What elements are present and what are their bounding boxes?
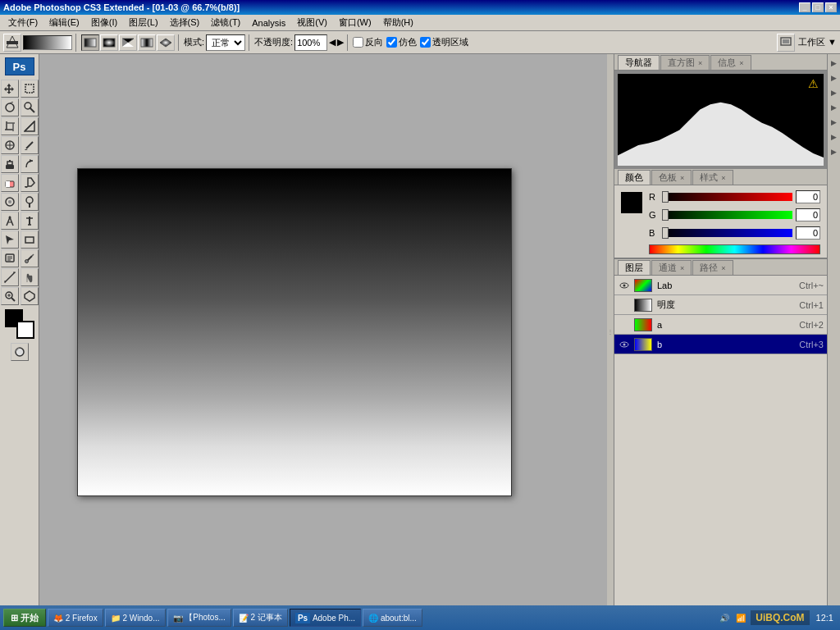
blue-slider-track[interactable]: [662, 229, 792, 237]
green-value-input[interactable]: [796, 208, 820, 221]
canvas-image[interactable]: [77, 168, 512, 496]
side-icon-5[interactable]: ▶: [829, 116, 840, 128]
angle-gradient-button[interactable]: [119, 34, 137, 51]
tab-swatches[interactable]: 色板 ×: [651, 170, 692, 185]
channel-lightness-eye[interactable]: [618, 299, 631, 312]
blue-value-input[interactable]: [796, 226, 820, 240]
menu-layer[interactable]: 图层(L): [124, 15, 162, 30]
channel-lab-eye[interactable]: [618, 279, 631, 292]
side-icon-7[interactable]: ▶: [829, 146, 840, 158]
history-brush-tool[interactable]: [21, 155, 39, 173]
red-slider-thumb[interactable]: [662, 191, 669, 203]
paint-bucket-tool[interactable]: [21, 174, 39, 192]
healing-brush-tool[interactable]: [1, 136, 19, 154]
side-icon-1[interactable]: ▶: [829, 57, 840, 69]
info-tab-close[interactable]: ×: [739, 59, 743, 67]
swatches-tab-close[interactable]: ×: [680, 174, 684, 182]
menu-analysis[interactable]: Analysis: [247, 16, 290, 30]
channel-b-row[interactable]: b Ctrl+3: [614, 335, 827, 354]
workspace-icon-button[interactable]: [777, 34, 795, 52]
canvas-area[interactable]: [39, 54, 607, 610]
menu-window[interactable]: 窗口(W): [334, 15, 377, 30]
taskbar-item-photos[interactable]: 📷 【Photos...: [167, 609, 231, 627]
tab-paths[interactable]: 路径 ×: [692, 260, 733, 275]
move-tool[interactable]: [1, 80, 19, 98]
channel-a-row[interactable]: a Ctrl+2: [614, 315, 827, 335]
tab-info[interactable]: 信息 ×: [710, 55, 751, 70]
side-icon-2[interactable]: ▶: [829, 72, 840, 84]
paths-tab-close[interactable]: ×: [721, 264, 725, 272]
3d-tool[interactable]: [21, 287, 39, 305]
lasso-tool[interactable]: [1, 98, 19, 116]
zoom-tool[interactable]: [1, 287, 19, 305]
measure-tool[interactable]: [1, 268, 19, 286]
taskbar-item-windows[interactable]: 📁 2 Windo...: [105, 609, 166, 627]
taskbar-item-about[interactable]: 🌐 about:bl...: [363, 609, 422, 627]
styles-tab-close[interactable]: ×: [721, 174, 725, 182]
blue-slider-thumb[interactable]: [662, 227, 669, 239]
menu-filter[interactable]: 滤镜(T): [206, 15, 245, 30]
notes-tool[interactable]: [1, 249, 19, 267]
side-icon-4[interactable]: ▶: [829, 102, 840, 113]
channel-lab-row[interactable]: Lab Ctrl+~: [614, 276, 827, 295]
taskbar-item-photoshop[interactable]: Ps Adobe Ph...: [290, 609, 361, 627]
brush-tool[interactable]: [21, 136, 39, 154]
green-slider-thumb[interactable]: [662, 209, 669, 221]
channel-a-eye[interactable]: [618, 318, 631, 331]
menu-select[interactable]: 选择(S): [165, 15, 205, 30]
taskbar-item-firefox[interactable]: 🦊 2 Firefox: [48, 609, 103, 627]
text-tool[interactable]: [21, 212, 39, 230]
transparency-checkbox[interactable]: [420, 37, 431, 48]
background-color[interactable]: [16, 321, 34, 339]
tab-histogram[interactable]: 直方图 ×: [660, 55, 710, 70]
mode-select[interactable]: 正常: [206, 34, 245, 51]
tab-channels[interactable]: 通道 ×: [651, 260, 692, 275]
opacity-arrow-left[interactable]: ◀: [329, 37, 336, 48]
side-icon-6[interactable]: ▶: [829, 131, 840, 143]
tool-preset-button[interactable]: [3, 34, 21, 52]
path-selection-tool[interactable]: [1, 231, 19, 249]
reverse-checkbox[interactable]: [353, 37, 363, 48]
side-icon-3[interactable]: ▶: [829, 87, 840, 98]
red-value-input[interactable]: [796, 190, 820, 203]
taskbar-item-notepad[interactable]: 📝 2 记事本: [233, 609, 288, 627]
eraser-tool[interactable]: [1, 174, 19, 192]
menu-edit[interactable]: 编辑(E): [44, 15, 84, 30]
crop-tool[interactable]: [1, 117, 19, 135]
color-spectrum[interactable]: [649, 244, 820, 254]
minimize-button[interactable]: _: [799, 2, 810, 12]
opacity-input[interactable]: [294, 34, 327, 51]
pen-tool[interactable]: [1, 212, 19, 230]
channel-lightness-row[interactable]: 明度 Ctrl+1: [614, 295, 827, 315]
tab-navigator[interactable]: 导航器: [618, 55, 660, 70]
clone-stamp-tool[interactable]: [1, 155, 19, 173]
tab-styles[interactable]: 样式 ×: [692, 170, 733, 185]
red-slider-track[interactable]: [662, 193, 792, 201]
foreground-background-colors[interactable]: [5, 309, 34, 339]
workspace-label[interactable]: 工作区 ▼: [798, 36, 837, 48]
tab-color[interactable]: 颜色: [618, 170, 651, 185]
diamond-gradient-button[interactable]: [157, 34, 175, 51]
close-button[interactable]: ×: [825, 2, 837, 12]
eyedropper-tool[interactable]: [21, 249, 39, 267]
color-swatch[interactable]: [621, 192, 642, 213]
tab-layers[interactable]: 图层: [618, 260, 651, 275]
menu-help[interactable]: 帮助(H): [378, 15, 418, 30]
channels-tab-close[interactable]: ×: [680, 264, 684, 272]
menu-image[interactable]: 图像(I): [86, 15, 122, 30]
menu-view[interactable]: 视图(V): [292, 15, 332, 30]
linear-gradient-button[interactable]: [81, 34, 99, 51]
reflected-gradient-button[interactable]: [138, 34, 156, 51]
slice-tool[interactable]: [21, 117, 39, 135]
panel-resize-handle[interactable]: ⋮: [607, 54, 614, 610]
magic-wand-tool[interactable]: [21, 98, 39, 116]
dodge-tool[interactable]: [21, 193, 39, 211]
maximize-button[interactable]: □: [812, 2, 824, 12]
histogram-tab-close[interactable]: ×: [698, 59, 702, 67]
start-button[interactable]: ⊞ 开始: [3, 609, 46, 627]
blur-tool[interactable]: [1, 193, 19, 211]
dither-checkbox[interactable]: [386, 37, 397, 48]
channel-b-eye[interactable]: [618, 338, 631, 351]
quick-mask-button[interactable]: [11, 343, 29, 361]
opacity-arrow-right[interactable]: ▶: [337, 37, 344, 48]
